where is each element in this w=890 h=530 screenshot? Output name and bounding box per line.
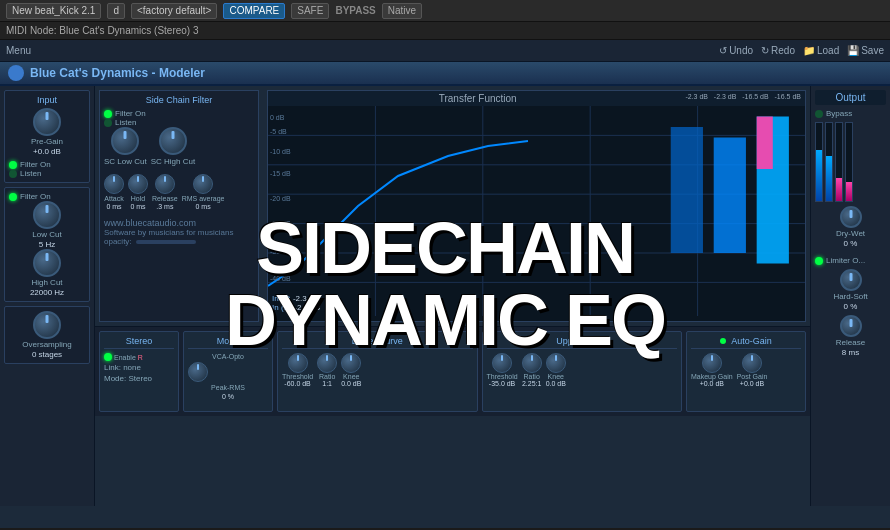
midi-node-label: MIDI Node: Blue Cat's Dynamics (Stereo) … [6,25,199,36]
save-icon: 💾 [847,45,859,56]
dry-wet-label: Dry-Wet [836,229,865,238]
filter-on-row[interactable]: Filter On [9,160,85,169]
sc-low-cut-group: SC Low Cut [104,127,147,166]
save-button[interactable]: 💾 Save [847,45,884,56]
bypass-label: Bypass [826,109,852,118]
listen-led [9,170,17,178]
upper-curve-title: Upper Curve [487,336,678,349]
threshold-knob[interactable] [288,353,308,373]
pre-gain-knob-container: Pre-Gain +0.0 dB [9,108,85,156]
enable-toggle[interactable]: Enable R [104,353,174,361]
beat-label[interactable]: New beat_Kick 2.1 [6,3,101,19]
in-r-row: In (R) -2.3 dB [272,303,320,312]
lower-curve-knobs: Threshold -60.0 dB Ratio 1:1 Knee 0.0 dB [282,353,473,387]
sc-filter-on-row[interactable]: Filter On [104,109,254,118]
vu-fill-pink-2 [846,182,852,202]
d-label[interactable]: d [107,3,125,19]
plugin-logo-icon [8,65,24,81]
knee-label: Knee [343,373,359,380]
listen-row[interactable]: Listen [9,169,85,178]
db-header-labels: -2.3 dB -2.3 dB -16.5 dB -16.5 dB [685,93,801,100]
db-25db: -25 dB [270,220,291,227]
svg-rect-10 [671,127,703,253]
output-title: Output [815,90,886,105]
oversampling-container: Oversampling 0 stages [9,311,85,359]
hard-soft-knob[interactable] [840,269,862,291]
sc-low-cut-knob[interactable] [111,127,139,155]
mode-knob[interactable] [188,362,208,382]
db-40db: -40 dB [270,275,291,282]
in-labels: In (L) -2.3 dB In (R) -2.3 dB [272,294,320,312]
makeup-gain-knob[interactable] [702,353,722,373]
rms-knob[interactable] [193,174,213,194]
side-chain-panel: Side Chain Filter Filter On Listen SC Lo… [99,90,259,322]
safe-button[interactable]: SAFE [291,3,329,19]
load-button[interactable]: 📁 Load [803,45,839,56]
oversampling-knob[interactable] [33,311,61,339]
db-5db: -5 dB [270,128,287,135]
ratio-knob[interactable] [317,353,337,373]
vu-meters [815,122,886,202]
post-gain-label: Post Gain [737,373,768,380]
opacity-slider[interactable] [136,240,196,244]
r-label: R [138,354,143,361]
low-cut-label: Low Cut [32,230,61,239]
post-gain-group: Post Gain +0.0 dB [737,353,768,387]
hard-soft-label: Hard-Soft [833,292,867,301]
dry-wet-container: Dry-Wet 0 % [815,206,886,248]
u-knee-knob[interactable] [546,353,566,373]
vu-meter-1 [815,122,823,202]
u-ratio-knob[interactable] [522,353,542,373]
limiter-row[interactable]: Limiter O... [815,256,886,265]
high-cut-value: 22000 Hz [30,288,64,297]
input-section: Input Pre-Gain +0.0 dB Filter On Listen [4,90,90,183]
sc-low-cut-label: SC Low Cut [104,157,147,166]
low-cut-knob[interactable] [33,201,61,229]
sc-filter-on-led [104,110,112,118]
filter-on-led2 [9,193,17,201]
hold-value: 0 ms [130,203,145,210]
undo-button[interactable]: ↺ Undo [719,45,753,56]
vu-fill-pink-1 [836,178,842,201]
db-15db: -15 dB [270,170,291,177]
native-button[interactable]: Native [382,3,422,19]
u-threshold-value: -35.0 dB [489,380,515,387]
knee-knob[interactable] [341,353,361,373]
sc-listen-row[interactable]: Listen [104,118,254,127]
pre-gain-label: Pre-Gain [31,137,63,146]
u-threshold-knob[interactable] [492,353,512,373]
threshold-group: Threshold -60.0 dB [282,353,313,387]
compare-button[interactable]: COMPARE [223,3,285,19]
filter-on-row2[interactable]: Filter On [9,192,85,201]
post-gain-knob[interactable] [742,353,762,373]
pre-gain-knob[interactable] [33,108,61,136]
menu-item-menu[interactable]: Menu [6,45,31,56]
svg-rect-13 [757,117,773,170]
high-cut-knob[interactable] [33,249,61,277]
ratio-label: Ratio [319,373,335,380]
redo-arrow-icon: ↻ [761,45,769,56]
hold-knob[interactable] [128,174,148,194]
hard-soft-value: 0 % [844,302,858,311]
peak-rms-label: Peak-RMS [188,384,268,391]
opacity-label: opacity: [104,237,132,246]
redo-button[interactable]: ↻ Redo [761,45,795,56]
sc-listen-led [104,119,112,127]
attack-section: Attack 0 ms Hold 0 ms Release [104,174,254,210]
release-knob[interactable] [155,174,175,194]
attack-knob[interactable] [104,174,124,194]
factory-default[interactable]: <factory default> [131,3,218,19]
bypass-label[interactable]: BYPASS [335,5,375,16]
oversampling-section: Oversampling 0 stages [4,306,90,364]
auto-gain-knobs: Makeup Gain +0.0 dB Post Gain +0.0 dB [691,353,801,387]
main-content: Input Pre-Gain +0.0 dB Filter On Listen [0,86,890,506]
rms-label: RMS average [182,195,225,202]
output-release-knob[interactable] [840,315,862,337]
dry-wet-knob[interactable] [840,206,862,228]
link-row: Link: none [104,363,174,372]
opacity-row: opacity: [104,237,254,246]
dry-wet-value: 0 % [844,239,858,248]
bypass-row[interactable]: Bypass [815,109,886,118]
sc-high-cut-knob[interactable] [159,127,187,155]
u-ratio-group: Ratio 2.25:1 [522,353,542,387]
